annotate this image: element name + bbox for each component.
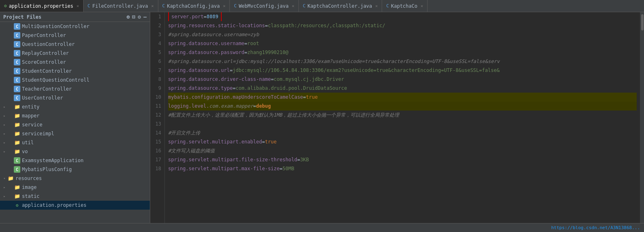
sidebar-item-resources[interactable]: 📁 resources [0, 174, 150, 183]
tab-close[interactable]: ✕ [77, 4, 79, 8]
tab-label: WebMvcConfig.java [239, 3, 289, 9]
line-numbers: 1 2 3 4 5 6 7 8 9 10 11 12 13 14 15 16 1… [150, 12, 165, 223]
tree-item-label: resources [15, 176, 42, 181]
scroll-gutter[interactable] [640, 12, 644, 223]
folder-icon: 📁 [14, 121, 20, 128]
code-line-12: #配置文件上传大小，这里必须配置，因为默认为1MB，超过上传大小会抛一个异常，可… [168, 111, 637, 119]
tree-item-label: ScoreController [22, 59, 66, 65]
code-line-7: spring.datasource.url=jdbc:mysql://106.5… [168, 66, 637, 75]
sidebar-item-papercontroller[interactable]: C PaperController [0, 31, 150, 40]
collapse-icon[interactable]: ⊟ [132, 14, 136, 20]
tab-close[interactable]: ✕ [223, 4, 225, 8]
tab-kaptchaconfig[interactable]: C KaptchaConfig.java ✕ [158, 0, 230, 12]
tab-filecontroller[interactable]: C FileController.java ✕ [84, 0, 158, 12]
tree-arrow [2, 176, 7, 180]
class-icon: C [14, 166, 20, 173]
tab-close[interactable]: ✕ [292, 4, 294, 8]
sidebar-header: Project Files ⊕ ⊟ ⚙ — [0, 12, 150, 22]
sidebar-item-application-properties[interactable]: ⚙ application.properties [0, 201, 150, 210]
folder-icon: 📁 [7, 175, 14, 182]
code-line-9: spring.datasource.type=com.alibaba.druid… [168, 84, 637, 93]
class-icon: C [14, 77, 20, 83]
sidebar-item-questioncontroller[interactable]: C QuestionController [0, 40, 150, 49]
tab-close[interactable]: ✕ [421, 4, 423, 8]
main-layout: Project Files ⊕ ⊟ ⚙ — C MultiQuestionCon… [0, 12, 644, 223]
code-line-14: #开启文件上传 [168, 128, 637, 137]
sidebar-item-mapper[interactable]: 📁 mapper [0, 111, 150, 120]
line1-highlight-box: server.port=8089 [168, 12, 222, 21]
code-area[interactable]: server.port=8089 spring.resources.static… [165, 12, 640, 223]
add-icon[interactable]: ⊕ [127, 14, 130, 20]
sidebar-item-static[interactable]: 📁 static [0, 192, 150, 201]
java-icon: C [88, 3, 91, 9]
folder-icon: 📁 [14, 139, 20, 146]
code-line-15: spring.servlet.multipart.enabled=true [168, 137, 637, 146]
tree-arrow [2, 194, 7, 198]
code-line-1: server.port=8089 [168, 12, 637, 21]
tree-item-label: serviceimpl [22, 131, 54, 137]
code-line-10: mybatis.configuration.mapUnderscoreToCam… [168, 93, 637, 102]
tree-arrow [2, 185, 7, 189]
folder-icon: 📁 [14, 130, 20, 137]
sidebar-item-service[interactable]: 📁 service [0, 120, 150, 129]
sidebar-item-image[interactable]: 📁 image [0, 183, 150, 192]
tree-item-label: application.properties [22, 202, 86, 208]
tree-item-label: mapper [22, 113, 39, 119]
folder-icon: 📁 [14, 193, 20, 199]
status-url: https://blog.csdn.net/A3N13868... [551, 225, 640, 230]
sidebar-item-teachercontroller[interactable]: C TeacherController [0, 85, 150, 93]
sidebar-item-multiquestioncontroller[interactable]: C MultiQuestionController [0, 22, 150, 31]
sidebar-item-vo[interactable]: 📁 vo [0, 147, 150, 156]
sidebar-item-replaycontroller[interactable]: C ReplayController [0, 49, 150, 58]
sidebar-item-examsystemapplication[interactable]: C ExamsystemApplication [0, 156, 150, 165]
java-icon: C [303, 3, 306, 9]
class-icon: C [14, 68, 20, 74]
code-line-3: #spring.datasource.username=zyb [168, 30, 637, 39]
sidebar-item-studentcontroller[interactable]: C StudentController [0, 67, 150, 76]
sidebar-item-usercontroller[interactable]: C UserController [0, 93, 150, 102]
sidebar-item-entity[interactable]: 📁 entity [0, 102, 150, 111]
tree-item-label: image [22, 184, 37, 190]
scroll-thumb[interactable] [641, 14, 644, 30]
sidebar-item-studentquestioncontroll[interactable]: C StudentQuestionControll [0, 76, 150, 85]
tree-item-label: StudentQuestionControll [22, 77, 89, 83]
tab-close[interactable]: ✕ [151, 4, 154, 8]
tree-item-label: entity [22, 104, 39, 110]
class-icon: C [14, 86, 20, 92]
code-line-16: #文件写入磁盘的阈值 [168, 146, 637, 155]
folder-icon: 📁 [14, 184, 20, 191]
tree-arrow [2, 114, 7, 118]
sidebar-header-icons: ⊕ ⊟ ⚙ — [127, 14, 147, 20]
minimize-icon[interactable]: — [143, 14, 147, 20]
sidebar-item-serviceimpl[interactable]: 📁 serviceimpl [0, 129, 150, 138]
sidebar-item-util[interactable]: 📁 util [0, 138, 150, 147]
code-line-18: spring.servlet.multipart.max-file-size=5… [168, 164, 637, 173]
java-icon: C [234, 3, 237, 9]
class-icon: C [14, 95, 20, 101]
code-line-11: logging.level.com.exam.mapper=debug [168, 102, 637, 111]
tab-webmvcconfig[interactable]: C WebMvcConfig.java ✕ [230, 0, 298, 12]
tab-close[interactable]: ✕ [375, 4, 378, 8]
class-icon: C [14, 157, 20, 164]
tree-item-label: QuestionController [22, 41, 75, 47]
tree-item-label: ExamsystemApplication [22, 158, 84, 163]
sidebar: Project Files ⊕ ⊟ ⚙ — C MultiQuestionCon… [0, 12, 150, 223]
sidebar-item-mybatisplusconfig[interactable]: C MybatisPlusConfig [0, 165, 150, 174]
folder-icon: 📁 [14, 148, 20, 155]
sidebar-item-scorecontroller[interactable]: C ScoreController [0, 58, 150, 67]
tree-arrow [2, 141, 7, 145]
tab-label: KaptchaConfig.java [167, 3, 220, 9]
tab-kaptchacontroller[interactable]: C KaptchaController.java ✕ [299, 0, 383, 12]
code-line-5: spring.datasource.password=zhang19990210… [168, 48, 637, 57]
tab-kaptchaco[interactable]: C KaptchaCo ✕ [382, 0, 428, 12]
gear-icon[interactable]: ⚙ [138, 14, 141, 20]
tree-arrow [2, 150, 7, 154]
tree-item-label: ReplayController [22, 50, 69, 56]
props-file-icon: ⚙ [14, 202, 20, 208]
class-icon: C [14, 41, 20, 48]
folder-icon: 📁 [14, 104, 20, 110]
tab-application-properties[interactable]: ⚙ application.properties ✕ [0, 0, 84, 12]
tab-bar: ⚙ application.properties ✕ C FileControl… [0, 0, 644, 12]
tree-item-label: vo [22, 149, 28, 154]
folder-icon: 📁 [14, 113, 20, 119]
